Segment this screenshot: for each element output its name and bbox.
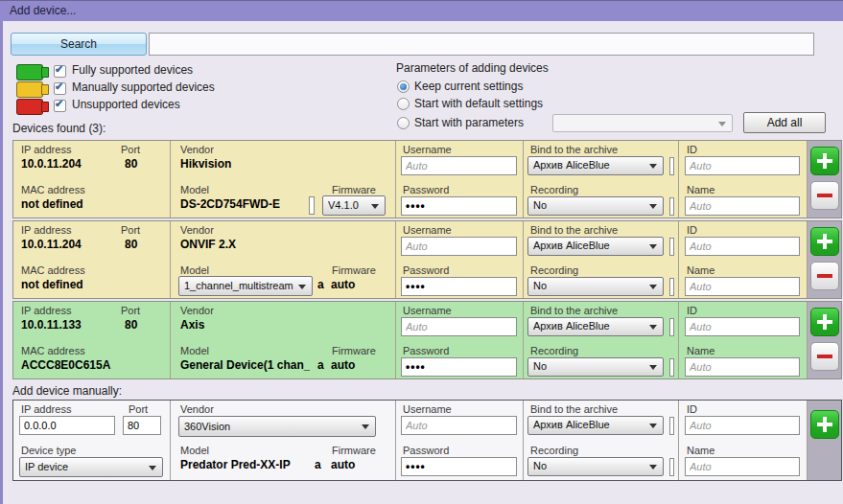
add-all-button[interactable]: Add all bbox=[743, 112, 826, 133]
password-input[interactable] bbox=[401, 457, 517, 476]
remove-device-button[interactable] bbox=[810, 342, 839, 371]
camera-lens bbox=[41, 84, 49, 95]
bind-archive-combobox[interactable]: Архив AliceBlue bbox=[527, 237, 664, 256]
chevron-down-icon bbox=[649, 325, 657, 330]
column-vendor-model: Vendor 360Vision Model Firmware Predator… bbox=[170, 401, 395, 480]
recording-combobox[interactable]: No bbox=[527, 357, 664, 377]
username-input[interactable] bbox=[401, 237, 517, 256]
model-combobox[interactable]: 1_channel_multistream bbox=[178, 276, 313, 296]
name-label: Name bbox=[687, 184, 714, 195]
radio-start-default-settings[interactable] bbox=[397, 98, 410, 110]
model-value: General Device(1 chan_ bbox=[180, 358, 310, 372]
add-device-button[interactable] bbox=[810, 308, 839, 336]
mac-address-value: ACCC8E0C615A bbox=[21, 358, 110, 372]
id-input[interactable] bbox=[685, 416, 800, 435]
username-input[interactable] bbox=[401, 156, 517, 175]
camera-lens bbox=[41, 102, 49, 112]
model-value: DS-2CD754FWD-E bbox=[180, 197, 280, 211]
remove-device-button[interactable] bbox=[810, 181, 839, 210]
column-archive: Bind to the archive Архив AliceBlue Reco… bbox=[523, 221, 678, 298]
firmware-label: Firmware bbox=[332, 445, 376, 456]
password-input[interactable] bbox=[401, 277, 517, 296]
chevron-down-icon bbox=[649, 204, 657, 209]
device-type-combobox[interactable]: IP device bbox=[19, 457, 163, 477]
firmware-label: Firmware bbox=[332, 264, 376, 276]
add-device-button[interactable] bbox=[810, 147, 839, 175]
device-row: IP address Port 10.0.11.133 80 MAC addre… bbox=[12, 301, 842, 379]
radio-keep-current-settings[interactable] bbox=[397, 80, 410, 93]
chevron-down-icon bbox=[649, 244, 657, 249]
id-input[interactable] bbox=[685, 156, 800, 175]
ip-address-label: IP address bbox=[21, 403, 71, 415]
firmware-value: auto bbox=[331, 358, 355, 372]
radio-label-start-default: Start with default settings bbox=[414, 97, 543, 110]
dialog-title: Add device... bbox=[10, 4, 76, 17]
name-input[interactable] bbox=[685, 196, 800, 216]
column-credentials: Username Password bbox=[395, 221, 523, 298]
port-input[interactable] bbox=[123, 416, 161, 435]
device-row: IP address Port 10.0.11.204 80 MAC addre… bbox=[12, 220, 842, 299]
username-input[interactable] bbox=[401, 317, 517, 336]
recording-combobox[interactable]: No bbox=[527, 457, 664, 476]
chevron-down-icon bbox=[718, 122, 726, 126]
column-identity: ID Name bbox=[678, 302, 807, 378]
add-device-button[interactable] bbox=[810, 227, 839, 256]
username-input[interactable] bbox=[401, 416, 517, 435]
device-row: IP address Port 10.0.11.204 80 MAC addre… bbox=[12, 140, 842, 218]
port-value: 80 bbox=[125, 157, 137, 171]
password-label: Password bbox=[403, 345, 449, 356]
remove-device-button[interactable] bbox=[810, 262, 839, 290]
column-vendor-model: Vendor Hikvision Model Firmware DS-2CD75… bbox=[170, 141, 395, 218]
id-input[interactable] bbox=[685, 237, 800, 256]
vendor-combobox[interactable]: 360Vision bbox=[178, 416, 376, 437]
parameters-combobox[interactable] bbox=[552, 114, 733, 132]
mac-address-label: MAC address bbox=[21, 345, 85, 356]
ip-address-label: IP address bbox=[21, 144, 71, 155]
id-label: ID bbox=[687, 403, 697, 415]
device-type-value: IP device bbox=[25, 461, 68, 472]
password-input[interactable] bbox=[401, 196, 517, 216]
chevron-down-icon bbox=[649, 164, 657, 169]
column-archive: Bind to the archive Архив AliceBlue Reco… bbox=[523, 302, 678, 378]
username-label: Username bbox=[403, 144, 452, 155]
chevron-down-icon bbox=[649, 365, 657, 370]
bind-archive-combobox[interactable]: Архив AliceBlue bbox=[527, 156, 664, 175]
port-label: Port bbox=[121, 224, 140, 236]
dialog-titlebar[interactable]: Add device... bbox=[0, 0, 843, 21]
clipped-control bbox=[669, 417, 674, 435]
name-label: Name bbox=[687, 345, 714, 356]
clipped-control bbox=[669, 278, 674, 296]
id-label: ID bbox=[687, 144, 697, 155]
port-label: Port bbox=[121, 305, 140, 316]
filter-checkbox-manually-supported[interactable]: ✔ bbox=[54, 82, 66, 95]
filter-checkbox-unsupported[interactable]: ✔ bbox=[54, 100, 66, 112]
bind-archive-value: Архив AliceBlue bbox=[533, 320, 610, 332]
radio-start-with-parameters[interactable] bbox=[397, 117, 410, 129]
camera-icon-yellow bbox=[16, 81, 43, 98]
chevron-down-icon bbox=[371, 204, 379, 209]
add-device-button[interactable] bbox=[810, 410, 839, 439]
recording-combobox[interactable]: No bbox=[527, 277, 664, 296]
name-label: Name bbox=[687, 445, 714, 456]
name-input[interactable] bbox=[685, 357, 800, 377]
column-address: IP address Port 10.0.11.204 80 MAC addre… bbox=[13, 141, 170, 218]
password-input[interactable] bbox=[401, 357, 517, 377]
search-input[interactable] bbox=[149, 33, 814, 56]
bind-archive-combobox[interactable]: Архив AliceBlue bbox=[527, 317, 664, 336]
filter-checkbox-fully-supported[interactable]: ✔ bbox=[54, 65, 66, 78]
column-credentials: Username Password bbox=[395, 141, 523, 218]
name-input[interactable] bbox=[685, 277, 800, 296]
firmware-label: Firmware bbox=[332, 345, 376, 356]
bind-archive-label: Bind to the archive bbox=[530, 305, 618, 316]
name-input[interactable] bbox=[685, 457, 800, 476]
id-input[interactable] bbox=[685, 317, 800, 336]
id-label: ID bbox=[687, 224, 697, 236]
recording-combobox[interactable]: No bbox=[527, 196, 664, 216]
ip-address-input[interactable] bbox=[19, 416, 115, 435]
password-label: Password bbox=[403, 445, 449, 456]
search-button[interactable]: Search bbox=[11, 33, 147, 56]
port-value: 80 bbox=[125, 238, 137, 251]
column-actions bbox=[807, 141, 841, 218]
bind-archive-combobox[interactable]: Архив AliceBlue bbox=[527, 416, 664, 435]
firmware-combobox[interactable]: V4.1.0 bbox=[322, 195, 386, 216]
